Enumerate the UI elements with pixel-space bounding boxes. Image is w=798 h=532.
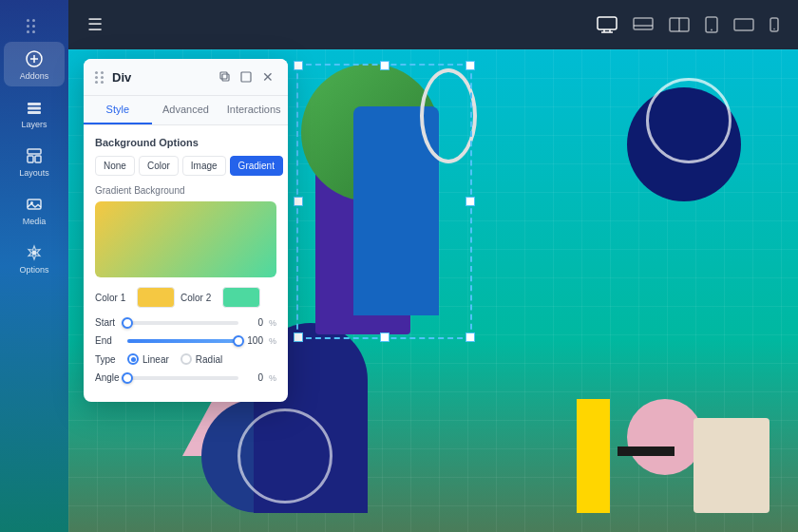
panel-header: Div ✕ [84,59,288,96]
top-bar: ☰ [68,0,798,49]
svg-rect-24 [734,19,753,30]
angle-label: Angle [95,372,122,383]
viewport-split[interactable] [669,16,690,33]
start-slider[interactable] [127,321,238,325]
svg-point-23 [711,29,712,31]
addons-icon [25,49,44,68]
bg-none-btn[interactable]: None [95,156,135,176]
radio-radial-text: Radial [196,354,222,365]
svg-point-13 [32,251,37,256]
hamburger-icon[interactable]: ☰ [87,14,103,35]
angle-slider[interactable] [127,376,238,380]
radio-radial[interactable]: Radial [180,353,222,365]
tab-style[interactable]: Style [84,96,152,124]
type-row: Type Linear Radial [95,353,276,365]
svg-rect-18 [634,18,653,29]
shape-yellow-rect [577,399,610,513]
svg-rect-28 [220,72,227,79]
panel-drag-handle[interactable] [95,71,104,84]
bg-options-label: Background Options [95,137,276,148]
svg-rect-6 [28,107,41,110]
color2-swatch[interactable] [222,287,260,308]
radio-linear[interactable]: Linear [127,353,169,365]
media-icon [25,195,44,214]
angle-slider-row: Angle 0 % [95,372,276,383]
sidebar-items: Addons Layers Layouts [0,42,68,280]
svg-point-26 [773,28,775,30]
sidebar-item-layers[interactable]: Layers [4,90,65,135]
end-value: 100 [244,335,263,346]
bg-type-buttons: None Color Image Gradient [95,156,276,176]
shape-black-stripe [618,446,674,456]
svg-rect-29 [241,72,251,82]
panel-close-btn[interactable]: ✕ [259,68,276,86]
start-unit: % [269,318,276,328]
start-slider-row: Start 0 % [95,317,276,328]
handle-tr[interactable] [466,61,475,70]
panel-copy-btn[interactable] [218,69,233,85]
start-value: 0 [244,317,263,328]
color2-label: Color 2 [180,293,217,303]
svg-rect-14 [598,17,617,29]
layers-icon [25,98,44,117]
sidebar-item-options[interactable]: Options [4,236,65,280]
panel-expand-btn[interactable] [238,69,254,85]
panel-title: Div [112,70,212,85]
gradient-preview [95,201,276,277]
handle-tl[interactable] [294,61,303,70]
shape-circle-outline [420,68,477,163]
svg-rect-10 [35,156,41,162]
color-row: Color 1 Color 2 [95,287,276,308]
addons-label: Addons [20,71,49,81]
panel: Div ✕ Style Advanced Interactions Backgr… [84,59,288,402]
panel-tabs: Style Advanced Interactions [84,96,288,125]
sidebar-item-layouts[interactable]: Layouts [4,139,65,183]
radio-linear-dot [127,353,139,365]
tab-advanced[interactable]: Advanced [152,96,220,124]
end-slider-row: End 100 % [95,335,276,346]
angle-value: 0 [244,372,263,383]
viewport-icons [597,16,779,33]
options-label: Options [19,265,48,275]
end-slider[interactable] [127,339,238,343]
shape-small-circle [238,408,332,504]
svg-rect-8 [28,149,41,154]
shape-beige [694,418,770,513]
bg-image-btn[interactable]: Image [182,156,226,176]
sidebar-drag-handle [27,19,42,34]
viewport-mobile[interactable] [770,17,779,32]
radio-group: Linear Radial [127,353,222,365]
color1-label: Color 1 [95,293,131,303]
color1-swatch[interactable] [137,287,175,308]
svg-rect-9 [28,156,33,162]
bg-color-btn[interactable]: Color [139,156,179,176]
tab-interactions[interactable]: Interactions [219,96,288,124]
media-label: Media [23,217,47,226]
viewport-tablet[interactable] [705,16,718,33]
options-icon [25,243,44,262]
radio-linear-text: Linear [142,354,169,365]
gradient-label: Gradient Background [95,185,276,196]
viewport-desktop[interactable] [597,16,618,33]
handle-br[interactable] [466,332,475,342]
sidebar-item-media[interactable]: Media [4,187,65,232]
viewport-widescreen[interactable] [733,18,754,31]
handle-mr[interactable] [466,197,475,206]
svg-rect-5 [28,103,41,105]
viewport-monitor[interactable] [633,16,654,33]
layouts-icon [25,146,44,165]
layouts-label: Layouts [19,168,49,178]
end-label: End [95,335,122,346]
bg-gradient-btn[interactable]: Gradient [230,156,283,176]
shape-pink-semi [627,399,703,475]
panel-body: Background Options None Color Image Grad… [84,125,288,402]
svg-rect-11 [28,200,41,209]
svg-rect-27 [222,74,229,81]
start-label: Start [95,317,122,328]
handle-ml[interactable] [294,197,303,206]
angle-unit: % [269,373,276,383]
type-label: Type [95,354,122,365]
radio-radial-dot [180,353,192,365]
shape-white-circle-right [646,78,732,163]
sidebar-item-addons[interactable]: Addons [4,42,65,86]
